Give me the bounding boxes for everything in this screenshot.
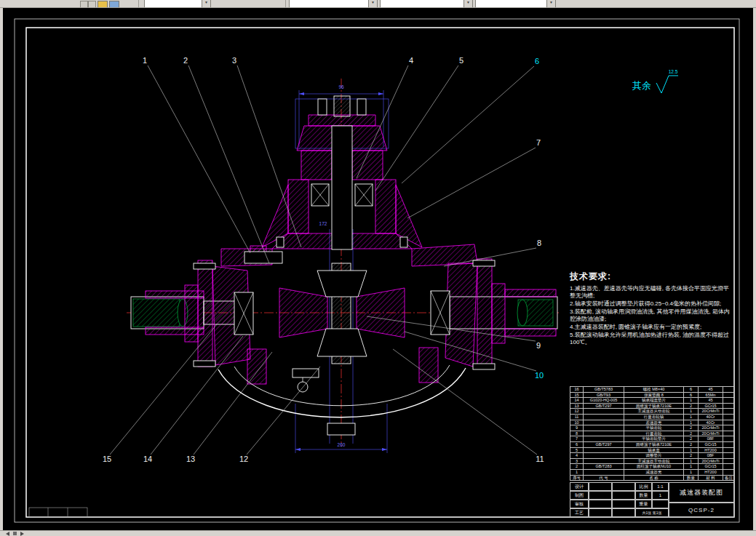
titleblock-row-label: 审核 xyxy=(570,500,589,508)
part-callout-9: 9 xyxy=(536,341,541,350)
dropdown-arrow-icon[interactable]: ▼ xyxy=(546,0,555,7)
drawing-number: QCSP-2 xyxy=(669,503,734,517)
part-callout-2: 2 xyxy=(183,56,188,65)
drawing-title: 减速器装配图 xyxy=(669,482,734,503)
technical-requirements: 技术要求: 1.减速器壳、差速器壳等内应无磕碰, 各壳体接合平面应光滑平整无沟槽… xyxy=(570,271,733,347)
bom-cell xyxy=(584,469,624,475)
dropdown-arrow-icon[interactable]: ▼ xyxy=(202,0,210,7)
part-callout-6: 6 xyxy=(535,57,539,65)
bom-cell: 20CrMnTi xyxy=(699,431,723,436)
first-tab-icon[interactable] xyxy=(6,532,9,536)
open-file-icon[interactable] xyxy=(98,1,108,8)
bom-cell xyxy=(723,469,735,475)
dropdown-arrow-icon[interactable]: ▼ xyxy=(368,0,377,7)
titleblock-signature-cell xyxy=(589,482,612,491)
bom-cell: 圆锥滚子轴承7210E xyxy=(624,403,684,409)
bom-cell: 1 xyxy=(684,469,699,475)
bom-cell: 1 xyxy=(684,420,699,425)
qty-value: 1 xyxy=(652,491,669,500)
bom-cell: 15 xyxy=(570,392,584,398)
titleblock-date-cell xyxy=(612,508,635,517)
part-callout-15: 15 xyxy=(103,455,111,463)
titleblock-row-label: 工艺 xyxy=(570,508,589,517)
model-tab-icon[interactable] xyxy=(13,532,17,535)
bom-cell: 08F xyxy=(699,453,723,459)
bom-cell xyxy=(584,431,624,436)
titleblock-row-label: 制图 xyxy=(570,491,589,500)
bom-cell xyxy=(723,403,735,409)
bom-cell: 20CrMnTi xyxy=(699,409,723,415)
part-callout-1: 1 xyxy=(143,56,147,65)
color-combobox-value xyxy=(292,0,367,7)
bom-row: 6GB/T297圆锥滚子轴承7210E2GCr15 xyxy=(570,441,735,447)
bom-header-cell: 序号 xyxy=(570,475,584,481)
bom-row: 4调整垫片208F xyxy=(570,453,735,459)
bom-cell: 螺栓 M8×40 xyxy=(624,387,684,393)
dimension-text-2: 260 xyxy=(338,442,346,447)
cad-canvas[interactable]: 其余 12.5 12345678910111213141596172260 技术… xyxy=(3,7,753,530)
leader-line-15 xyxy=(110,324,217,455)
bom-cell xyxy=(584,436,624,442)
bom-row: 14G1020-HQ-005轴承端盖垫片145 xyxy=(570,398,735,404)
bom-cell: GB/T5783 xyxy=(584,387,624,393)
bom-cell: 14 xyxy=(570,398,584,404)
bom-cell: 6 xyxy=(684,392,699,398)
bom-cell: 调整垫片 xyxy=(624,453,684,459)
dimension-text-1: 172 xyxy=(319,221,327,226)
part-callout-5: 5 xyxy=(459,56,463,65)
bom-cell: 行星齿轮轴 xyxy=(624,414,684,420)
lineweight-combobox[interactable]: ▼ xyxy=(475,0,556,8)
bom-cell: GB/T297 xyxy=(584,441,624,447)
save-file-icon[interactable] xyxy=(109,1,119,8)
titleblock-row-label: 设计 xyxy=(570,482,589,491)
bom-cell xyxy=(723,387,735,393)
bom-cell xyxy=(584,409,624,415)
bom-cell: 10 xyxy=(570,420,584,425)
bom-cell: 轴承盖 xyxy=(624,447,684,453)
scale-value: 1:1 xyxy=(652,482,669,491)
bom-cell xyxy=(584,420,624,425)
bom-cell: 半轴齿轮垫片 xyxy=(624,436,684,442)
bom-cell xyxy=(584,458,624,464)
bom-cell: 行星齿轮 xyxy=(624,431,684,436)
surface-finish-note: 其余 12.5 xyxy=(632,69,678,93)
color-combobox[interactable]: ▼ xyxy=(289,0,378,8)
bom-header-cell: 名 称 xyxy=(624,475,684,481)
tech-requirement-item: 1.减速器壳、差速器壳等内应无磕碰, 各壳体接合平面应光滑平整无沟槽; xyxy=(570,285,733,300)
next-tab-icon[interactable] xyxy=(20,532,24,536)
layer-combobox[interactable]: ▼ xyxy=(144,0,211,8)
titleblock-date-cell xyxy=(612,491,635,500)
toolbar-button[interactable] xyxy=(80,1,88,8)
bom-row: 8行星齿轮220CrMnTi xyxy=(570,431,735,436)
bom-cell xyxy=(584,414,624,420)
bom-row: 13GB/T297圆锥滚子轴承7210E2GCr15 xyxy=(570,403,735,409)
part-callout-12: 12 xyxy=(239,455,248,463)
bom-cell: G1020-HQ-005 xyxy=(584,398,624,404)
bom-cell xyxy=(723,425,735,431)
bom-cell xyxy=(584,453,624,459)
roughness-value: 12.5 xyxy=(669,69,678,74)
dropdown-arrow-icon[interactable]: ▼ xyxy=(463,0,472,7)
titleblock-signature-cell xyxy=(589,508,612,517)
bom-cell: 圆柱滚子轴承NU10 xyxy=(624,464,684,470)
bom-cell: 13 xyxy=(570,403,584,409)
bom-row: 15GB/T93弹簧垫圈 8665Mn xyxy=(570,392,735,398)
titleblock-signature-cell xyxy=(589,491,612,500)
bom-cell: 12 xyxy=(570,409,584,415)
leader-line-6 xyxy=(402,66,534,183)
bom-cell xyxy=(723,447,735,453)
bom-cell: 8 xyxy=(570,431,584,436)
bom-cell: 主减速器主动齿轮 xyxy=(624,458,684,464)
linetype-combobox[interactable]: ▼ xyxy=(380,0,473,8)
bom-row: 5轴承盖1HT200 xyxy=(570,447,735,453)
bom-cell: 7 xyxy=(570,436,584,442)
part-callout-11: 11 xyxy=(536,455,544,463)
toolbar-button[interactable] xyxy=(88,1,96,8)
bom-cell: 弹簧垫圈 8 xyxy=(624,392,684,398)
bom-cell: 6 xyxy=(684,387,699,393)
bom-cell: 5 xyxy=(570,447,584,453)
qty-label: 数量 xyxy=(635,491,652,500)
bom-body: 16GB/T5783螺栓 M8×4064515GB/T93弹簧垫圈 8665Mn… xyxy=(570,387,735,481)
tech-requirement-item: 3.装配前, 滚动轴承用润滑油清洗, 其他零件用煤油清洗, 箱体内腔涂防油油漆; xyxy=(570,308,733,323)
bom-header-cell: 代 号 xyxy=(584,475,624,481)
